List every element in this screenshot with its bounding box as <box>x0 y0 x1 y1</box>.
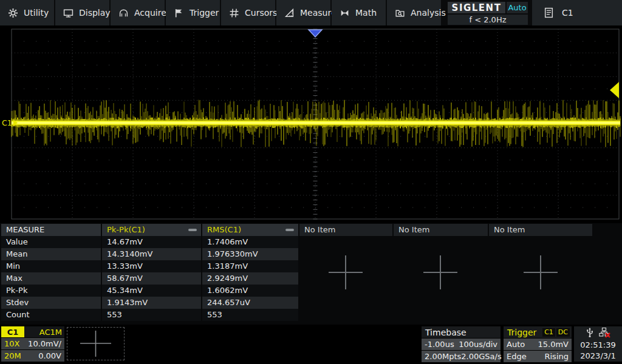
trigger-slope: Rising <box>544 352 569 361</box>
menu-label: Acquire <box>134 8 166 18</box>
channel-coupling: AC1M <box>39 328 64 337</box>
timebase-title: Timebase <box>425 328 466 337</box>
timebase-descriptor[interactable]: Timebase -1.00us 100us/div 2.00Mpts 2.00… <box>422 326 501 362</box>
frequency-counter: f < 2.0Hz <box>448 15 528 25</box>
menu-item-utility[interactable]: Utility <box>0 0 54 25</box>
brand-logo: SIGLENT <box>448 2 505 13</box>
menu-label: Math <box>355 8 377 18</box>
measure-value-pkpk: 553 <box>102 309 201 321</box>
trigger-title: Trigger <box>507 328 536 337</box>
analysis-icon <box>395 8 405 18</box>
menu-item-measure[interactable]: Measure <box>276 0 330 25</box>
remove-measurement-icon[interactable] <box>188 229 197 231</box>
sample-rate: 2.00GSa/s <box>461 352 501 361</box>
trigger-mode: Auto <box>507 340 525 349</box>
timebase-delay: -1.00us <box>425 340 454 349</box>
measure-value-pkpk: 58.67mV <box>102 272 201 285</box>
measure-row-label: Max <box>1 272 101 285</box>
waveform-display[interactable]: C1 <box>0 25 622 223</box>
system-info-box: 02:51:39 2023/3/1 <box>574 326 622 362</box>
menu-item-cursors[interactable]: Cursors <box>221 0 275 25</box>
measure-row-label: Mean <box>1 248 101 260</box>
measure-column-label: RMS(C1) <box>207 225 241 234</box>
measure-value-pkpk: 13.33mV <box>102 260 201 272</box>
channel-offset-label: C1 <box>2 118 12 127</box>
menu-label: Display <box>79 8 111 18</box>
menu-label: Measure <box>300 8 337 18</box>
trigger-level: 15.0mV <box>538 340 569 349</box>
measure-row-label: Stdev <box>1 297 101 309</box>
measure-value-rms: 1.6062mV <box>202 285 298 297</box>
vertical-scale: 10.0mV/ <box>28 339 61 348</box>
measure-column-empty-1[interactable]: No Item <box>299 224 392 236</box>
add-measurement-icon[interactable] <box>423 255 458 290</box>
measure-row-label: Value <box>1 236 101 248</box>
measure-value-rms: 1.7406mV <box>202 236 298 248</box>
menu-label: Utility <box>24 8 49 18</box>
measure-value-pkpk: 14.67mV <box>102 236 201 248</box>
flag-icon <box>174 8 184 18</box>
measure-row-label: Pk-Pk <box>1 285 101 297</box>
brand-text: SIGLENT <box>452 2 502 13</box>
menu-item-analysis[interactable]: Analysis <box>387 0 441 25</box>
menu-item-math[interactable]: Math <box>332 0 386 25</box>
trigger-position-marker[interactable] <box>309 30 322 37</box>
menu-item-display[interactable]: Display <box>55 0 109 25</box>
channel-descriptor-c1[interactable]: C1 AC1M 10X 10.0mV/ 20M 0.00V <box>1 326 64 362</box>
bandwidth-limit: 20M <box>4 351 21 360</box>
measure-value-pkpk: 1.9143mV <box>102 297 201 309</box>
add-channel-button[interactable] <box>67 327 125 360</box>
measure-value-rms: 244.657uV <box>202 297 298 309</box>
menu-label: Trigger <box>190 8 219 18</box>
channel-badge: C1 <box>1 326 24 337</box>
math-icon <box>340 8 350 18</box>
clock-date: 2023/3/1 <box>580 352 615 360</box>
menu-bar: Utility Display Acquire Trigger <box>0 0 622 25</box>
vertical-offset: 0.00V <box>38 351 61 360</box>
measure-column-empty-3[interactable]: No Item <box>489 224 592 236</box>
lan-disconnected-icon <box>599 328 610 338</box>
usb-icon <box>586 328 593 337</box>
remove-measurement-icon[interactable] <box>285 229 294 231</box>
channel-select-label: C1 <box>562 8 573 18</box>
measure-row-label: Count <box>1 309 101 321</box>
trigger-type: Edge <box>507 352 527 361</box>
trigger-level-marker[interactable] <box>610 82 619 98</box>
measure-column-empty-2[interactable]: No Item <box>394 224 488 236</box>
measure-column-rms[interactable]: RMS(C1) <box>202 224 298 236</box>
measure-value-pkpk: 45.34mV <box>102 285 201 297</box>
timebase-scale: 100us/div <box>459 340 497 349</box>
clock-time: 02:51:39 <box>580 341 615 349</box>
menu-label: Cursors <box>245 8 277 18</box>
measure-value-rms: 2.9249mV <box>202 272 298 285</box>
measure-icon <box>284 8 295 18</box>
menu-item-trigger[interactable]: Trigger <box>166 0 220 25</box>
measure-panel: MEASURE Pk-Pk(C1) RMS(C1) No Item No Ite… <box>0 223 622 325</box>
add-measurement-icon[interactable] <box>328 255 363 290</box>
measure-value-rms: 1.3187mV <box>202 260 298 272</box>
menu-label: Analysis <box>411 8 446 18</box>
gear-icon <box>8 8 18 18</box>
trigger-source-badge: C1 <box>542 328 555 337</box>
clipboard-icon <box>544 7 553 18</box>
channel-select-button[interactable]: C1 <box>532 0 622 25</box>
probe-attenuation: 10X <box>4 339 19 348</box>
measure-column-pkpk[interactable]: Pk-Pk(C1) <box>102 224 201 236</box>
menu-item-acquire[interactable]: Acquire <box>111 0 165 25</box>
trigger-coupling-badge: DC <box>556 328 570 337</box>
measure-panel-title: MEASURE <box>1 224 101 236</box>
measure-column-label: Pk-Pk(C1) <box>107 225 145 234</box>
acquisition-status-badge: Auto <box>507 2 528 13</box>
cursors-icon <box>229 8 239 18</box>
measure-value-pkpk: 14.3140mV <box>102 248 201 260</box>
measure-value-rms: 1.976330mV <box>202 248 298 260</box>
add-channel-plus-icon <box>67 328 124 360</box>
c1-waveform-trace <box>12 100 620 147</box>
oscilloscope-screen: Utility Display Acquire Trigger <box>0 0 622 364</box>
measure-value-rms: 553 <box>202 309 298 321</box>
trigger-descriptor[interactable]: Trigger C1 DC Auto 15.0mV Edge Rising <box>504 326 572 362</box>
status-bar: C1 AC1M 10X 10.0mV/ 20M 0.00V Timebase <box>0 325 622 364</box>
acquire-icon <box>118 8 129 18</box>
add-measurement-icon[interactable] <box>523 255 558 290</box>
memory-depth: 2.00Mpts <box>425 352 461 361</box>
